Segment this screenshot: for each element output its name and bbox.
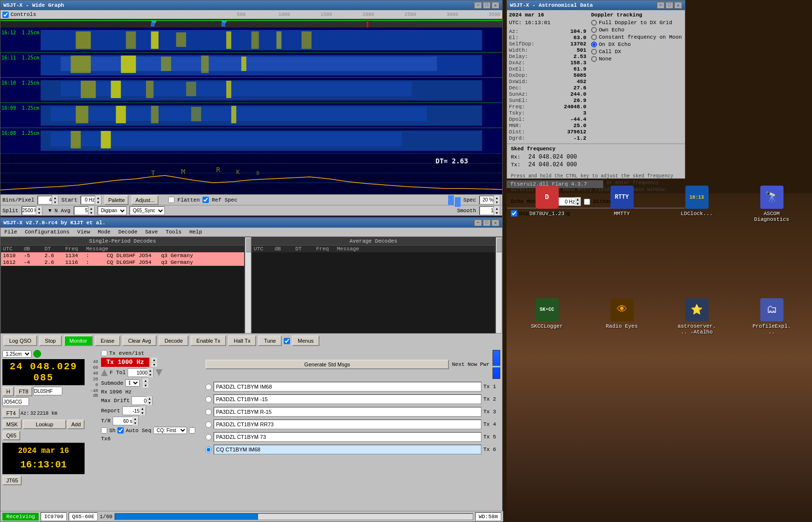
tx-freq-dn[interactable]: ▼ [151,362,157,367]
smooth-input[interactable] [479,206,494,215]
main-close[interactable]: ✕ [492,219,499,226]
ftol-input[interactable] [128,370,147,376]
tx6-input[interactable] [214,445,481,454]
scrollbar-thumb-2[interactable] [496,238,502,252]
maxdrift-dn[interactable]: ▼ [146,401,152,405]
dx-grid-field[interactable] [2,397,29,406]
ftol-up-arrow[interactable] [101,369,108,376]
log-qso-button[interactable]: Log QSO [3,335,37,346]
minimize-button[interactable]: − [474,2,482,9]
report-up[interactable]: ▲ [140,406,145,411]
submode-select[interactable]: E [125,379,140,387]
tx5-input[interactable] [214,432,481,442]
tx4-input[interactable] [214,420,481,429]
tr-up[interactable]: ▲ [132,417,138,421]
maxdrift-input[interactable] [132,398,146,404]
tx1-radio[interactable] [205,384,212,390]
split-up[interactable]: ▲ [36,206,42,211]
ft4-mode-button[interactable]: FT4 [2,408,20,418]
tx6-radio[interactable] [205,447,212,453]
tx1-input[interactable] [214,382,481,392]
bins-input[interactable] [38,196,52,204]
band-selector[interactable]: 1.25cm [2,350,31,358]
msk-mode-button[interactable]: MSK [2,420,22,429]
desktop-icon-skcc[interactable]: SK•CC SKCCLogger [511,296,582,405]
radio-call-dx[interactable] [591,49,597,55]
bins-spinner[interactable]: ▲▼ [37,196,58,204]
monitor-button[interactable]: Monitor [64,335,93,346]
menu-tools[interactable]: Tools [164,229,184,235]
single-period-scrollbar[interactable] [245,237,251,334]
adjust-button[interactable]: Adjust... [131,195,159,205]
main-maximize[interactable]: □ [483,219,491,226]
maxdrift-spinner[interactable]: ▲▼ [131,396,153,405]
menus-checkbox[interactable] [284,338,290,344]
navg-input[interactable] [74,206,88,215]
decode-row-1[interactable]: 1610 -5 2.6 1134 : CQ DL0SHF JO54 q3 Ger… [1,252,244,259]
menu-configurations[interactable]: Configurations [23,229,71,235]
start-dn[interactable]: ▼ [95,200,101,204]
doppler-opt-none[interactable]: None [591,56,683,62]
report-spinner[interactable]: ▲▼ [122,406,146,415]
lookup-button[interactable]: Lookup [23,420,67,429]
autoseq-checkbox[interactable] [117,427,124,434]
spec-dn[interactable]: ▼ [494,200,500,204]
start-spinner[interactable]: ▲▼ [80,196,102,204]
bins-up[interactable]: ▲ [52,196,58,200]
ftol-spinner[interactable]: ▲▼ [128,368,154,377]
erase-button[interactable]: Erase [95,335,120,346]
tr-dn[interactable]: ▼ [132,421,138,425]
power-thumb[interactable] [493,366,500,367]
navg-spinner[interactable]: ▲▼ [73,206,95,215]
astro-maximize[interactable]: □ [666,2,673,9]
tune-button[interactable]: Tune [258,335,282,346]
sh-checkbox[interactable] [101,427,107,434]
palette-button[interactable]: Palette [104,195,129,205]
maximize-button[interactable]: □ [483,2,491,9]
jt65-mode-button[interactable]: JT65 [2,476,22,485]
desktop-icon-mmtty[interactable]: RTTY MMTTY [586,184,657,292]
enable-tx-button[interactable]: Enable Tx [190,335,226,346]
menu-mode[interactable]: Mode [96,229,112,235]
flatten-checkbox[interactable] [168,197,174,203]
ftol-dn-arrow[interactable] [156,369,162,376]
clear-avg-button[interactable]: Clear Avg [122,335,157,346]
palette-select[interactable]: Digipan [98,206,127,215]
astro-minimize[interactable]: − [657,2,665,9]
decode-row-2[interactable]: 1612 -4 2.6 1116 : CQ DL0SHF JO54 q3 Ger… [1,259,244,266]
gen-std-msgs-button[interactable]: Generate Std Msgs [205,360,449,369]
spec-input[interactable] [479,196,494,204]
dx-call-field[interactable] [33,387,62,395]
doppler-opt-dx-echo[interactable]: On DX Echo [591,42,683,47]
tx4-radio[interactable] [205,421,212,428]
menu-help[interactable]: Help [188,229,204,235]
submode-dn[interactable]: ▼ [143,383,148,388]
spec-up[interactable]: ▲ [494,196,500,200]
maxdrift-up[interactable]: ▲ [146,396,152,401]
doppler-opt-full[interactable]: Full Doppler to DX Grid [591,20,683,26]
split-dn[interactable]: ▼ [36,211,42,215]
report-input[interactable] [123,408,140,414]
start-up[interactable]: ▲ [95,196,101,200]
menu-decode[interactable]: Decode [116,229,140,235]
tx3-radio[interactable] [205,409,212,415]
tx2-radio[interactable] [205,396,212,403]
smooth-spinner[interactable]: ▲▼ [479,206,500,215]
smooth-dn[interactable]: ▼ [494,211,500,215]
radio-none[interactable] [591,56,597,62]
desktop-icon-ascom[interactable]: 🔭 ASCOM Diagnostics [736,184,807,292]
tx-freq-up[interactable]: ▲ [151,358,157,362]
desktop-icon-astro[interactable]: ⭐ astroserver... -Atalho [661,296,732,405]
spec-slider-bot[interactable] [455,197,461,207]
ftol-up[interactable]: ▲ [147,368,153,373]
doppler-opt-moon[interactable]: Constant frequency on Moon [591,34,683,40]
desktop-icon-profile[interactable]: 🗂 ProfileExpl... [736,296,807,405]
controls-checkbox[interactable] [2,12,9,18]
avg-decodes-scrollbar[interactable] [495,237,502,334]
spec-spinner[interactable]: ▲▼ [479,196,500,204]
tr-spinner[interactable]: ▲▼ [113,417,139,425]
menu-view[interactable]: View [75,229,92,235]
q65-mode-button[interactable]: Q65 [2,431,20,440]
main-minimize[interactable]: − [474,219,482,226]
start-input[interactable] [81,196,95,204]
